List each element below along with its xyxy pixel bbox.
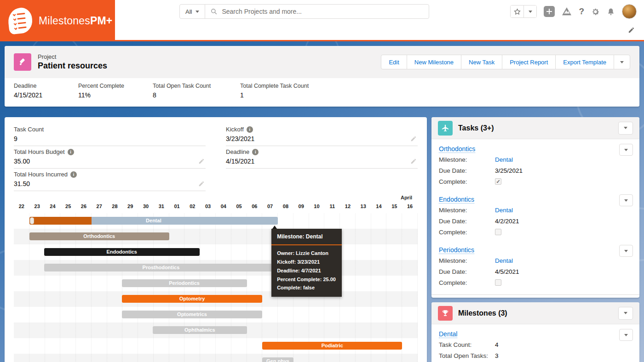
field-label: Total Open Tasks: [439, 351, 495, 360]
tooltip-line: Kickoff: 3/23/2021 [277, 259, 336, 266]
edit-button[interactable]: Edit [381, 55, 407, 69]
chevron-down-icon [624, 127, 627, 129]
milestones-panel-menu-button[interactable] [618, 307, 633, 320]
gantt-day-tick: 30 [138, 204, 154, 212]
help-button[interactable]: ? [579, 6, 584, 17]
detail-field-kickoff: Kickoffi3/23/2021 [226, 124, 418, 146]
task-name-link[interactable]: Periodontics [439, 246, 474, 254]
task-due-date-row: Due Date:3/25/2021 [439, 166, 632, 175]
gantt-bar-label: Optometrics [122, 311, 263, 318]
gantt-day-tick: 09 [293, 204, 309, 212]
field-label: Task Count [14, 126, 206, 133]
gantt-day-tick: 07 [262, 204, 278, 212]
milestone-task-count-row: Task Count:4 [439, 340, 632, 349]
edit-pencil-icon[interactable] [198, 158, 205, 164]
search-icon [211, 8, 217, 15]
tasks-panel-menu-button[interactable] [618, 122, 633, 135]
field-label-text: Total Hours Incurred [14, 171, 68, 178]
trailhead-button[interactable] [562, 7, 572, 16]
global-header: MilestonesPM+ All [0, 0, 644, 41]
brand-divider [0, 40, 644, 41]
app-screen: MilestonesPM+ All [0, 0, 644, 362]
chevron-down-icon [196, 11, 199, 13]
logo-checklist-line [14, 25, 33, 29]
project-report-button[interactable]: Project Report [502, 55, 556, 69]
milestone-name-link[interactable]: Dental [439, 330, 457, 338]
highlight-field-total-complete-task-count: Total Complete Task Count1 [240, 83, 341, 107]
gantt-row: Periodontics [14, 276, 418, 291]
record-action-buttons: EditNew MilestoneNew TaskProject ReportE… [381, 55, 630, 69]
edit-pencil-icon[interactable] [410, 158, 417, 164]
task-item-orthodontics: OrthodonticsMilestone:DentalDue Date:3/2… [431, 139, 639, 190]
quick-add-button[interactable] [544, 6, 555, 17]
gantt-row: Prosthodontics [14, 260, 418, 276]
chevron-down-icon [624, 312, 627, 314]
setup-gear-button[interactable] [591, 7, 600, 16]
new-milestone-button[interactable]: New Milestone [407, 55, 461, 69]
task-name-link[interactable]: Endodontics [439, 196, 474, 204]
gantt-bar-label: Endodontics [44, 248, 200, 256]
tooltip-line: Complete: false [277, 284, 336, 291]
tasks-view-all-link[interactable]: View All [431, 294, 639, 298]
task-name-link[interactable]: Orthodontics [439, 145, 475, 153]
gantt-bar-optometry[interactable]: Optometry [122, 295, 263, 303]
notifications-bell-button[interactable] [607, 7, 615, 16]
task-item-menu-button[interactable] [619, 144, 633, 156]
more-actions-button[interactable] [614, 55, 630, 69]
task-complete-checkbox[interactable]: ✓ [495, 178, 501, 185]
gantt-row: Gen phys [14, 354, 418, 362]
task-complete-checkbox[interactable] [495, 279, 501, 286]
gantt-day-tick: 10 [309, 204, 325, 212]
field-label: Deadline [14, 83, 64, 89]
gantt-bar-orthodontics[interactable]: Orthodontics [29, 232, 169, 240]
favorite-star-button[interactable] [511, 6, 523, 17]
field-label: Task Count: [439, 340, 495, 349]
milestones-panel: Milestones (3) DentalTask Count:4Total O… [431, 302, 639, 362]
task-milestone-link[interactable]: Dental [495, 256, 513, 265]
gantt-bar-optometrics[interactable]: Optometrics [122, 311, 263, 318]
field-label: Total Hours Incurredi [14, 171, 206, 178]
task-item-menu-button[interactable] [619, 245, 633, 257]
tooltip-line: Owner: Lizzie Canton [277, 250, 336, 257]
milestone-item-menu-button[interactable] [619, 329, 633, 341]
field-value: 4/15/2021 [226, 158, 418, 165]
favorites-dropdown-button[interactable] [523, 6, 536, 17]
gantt-bar-podiatric[interactable]: Podiatric [262, 342, 402, 350]
field-label-text: Task Count [14, 126, 44, 133]
entity-label: Project [38, 53, 107, 60]
task-item-menu-button[interactable] [619, 194, 633, 206]
field-value: 9 [14, 135, 206, 142]
gantt-bar-periodontics[interactable]: Periodontics [122, 279, 247, 287]
new-task-button[interactable]: New Task [461, 55, 502, 69]
task-complete-row: Complete: [439, 228, 632, 237]
task-due-date-value: 4/5/2021 [495, 267, 519, 276]
gantt-bar-ophthalmics[interactable]: Ophthalmics [153, 326, 247, 334]
task-milestone-row: Milestone:Dental [439, 206, 632, 215]
gantt-bar-gen-phys[interactable]: Gen phys [262, 357, 293, 362]
edit-pencil-icon[interactable] [198, 181, 205, 187]
info-icon[interactable]: i [247, 126, 253, 133]
info-icon[interactable]: i [68, 149, 74, 155]
edit-pencil-icon[interactable] [410, 136, 417, 142]
user-avatar[interactable] [622, 4, 637, 19]
gantt-bar-endodontics[interactable]: Endodontics [44, 248, 200, 256]
edit-navigation-pencil-icon[interactable] [628, 27, 635, 34]
task-milestone-link[interactable]: Dental [495, 206, 513, 215]
app-logo[interactable]: MilestonesPM+ [0, 0, 115, 41]
info-icon[interactable]: i [70, 171, 77, 178]
logo-checklist-line [13, 16, 32, 20]
info-icon[interactable]: i [252, 149, 259, 155]
search-scope-selector[interactable]: All [180, 5, 205, 18]
task-item-periodontics: PeriodonticsMilestone:DentalDue Date:4/5… [431, 240, 639, 291]
gantt-row: Dental [14, 213, 418, 229]
search-input[interactable] [222, 8, 423, 15]
gantt-bar-prosthodontics[interactable]: Prosthodontics [44, 264, 278, 272]
detail-field-task-count: Task Count9 [14, 124, 206, 146]
task-milestone-link[interactable]: Dental [495, 155, 513, 164]
gantt-bar-dental[interactable]: Dental [29, 217, 278, 225]
task-complete-checkbox[interactable] [495, 229, 501, 235]
export-template-button[interactable]: Export Template [555, 55, 614, 69]
page-title: Patient resources [38, 61, 107, 71]
tooltip-line: Percent Complete: 25.00 [277, 276, 336, 283]
gantt-bar-label: Dental [29, 217, 278, 225]
